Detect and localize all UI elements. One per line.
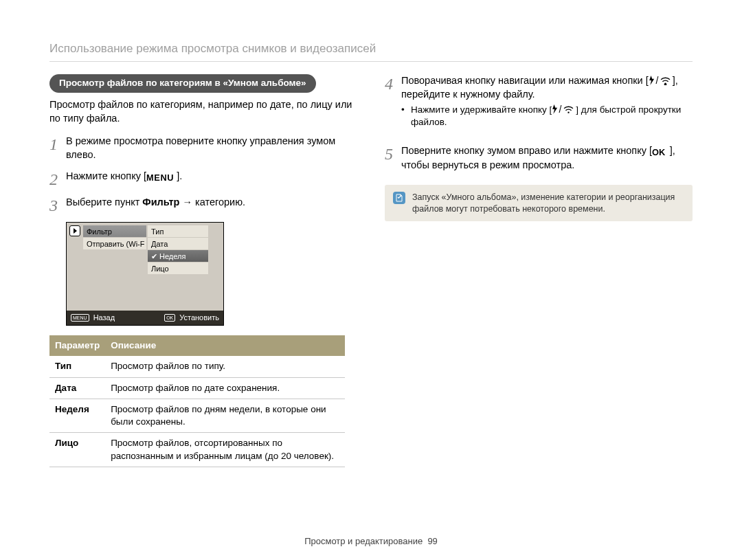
- left-column: Просмотр файлов по категориям в «Умном а…: [49, 74, 357, 467]
- th-param: Параметр: [49, 335, 105, 356]
- footer-section: Просмотр и редактирование: [304, 536, 423, 546]
- cam-set-label: Установить: [179, 313, 219, 323]
- step-body: Выберите пункт Фильтр → категорию.: [66, 196, 357, 214]
- step4-text-a: Поворачивая кнопку навигации или нажимая…: [401, 75, 649, 86]
- cam-menu-col2: Тип Дата ✔Неделя Лицо: [148, 225, 208, 275]
- svg-text:MENU: MENU: [146, 172, 174, 182]
- cam-item-week-label: Неделя: [159, 252, 186, 260]
- svg-text:OK: OK: [652, 147, 666, 157]
- step4-bullet: Нажмите и удерживайте кнопку [/] для быс…: [401, 104, 693, 128]
- cell-desc: Просмотр файлов, отсортированных по расп…: [105, 433, 345, 467]
- cell-desc: Просмотр файлов по дням недели, в которы…: [105, 399, 345, 432]
- table-row: Неделя Просмотр файлов по дням недели, в…: [49, 399, 345, 432]
- svg-text:/: /: [655, 76, 658, 85]
- check-icon: ✔: [151, 252, 157, 260]
- intro-text: Просмотр файлов по категориям, например …: [49, 98, 357, 125]
- step-body: В режиме просмотра поверните кнопку упра…: [66, 135, 357, 161]
- step-number: 3: [49, 196, 66, 214]
- cam-item-send: Отправить (Wi-F: [83, 238, 146, 250]
- cell-param: Лицо: [49, 433, 105, 467]
- step-4: 4 Поворачивая кнопку навигации или нажим…: [385, 74, 693, 136]
- step3-text-a: Выберите пункт: [66, 197, 142, 208]
- step3-text-b: → категорию.: [179, 197, 245, 208]
- table-row: Лицо Просмотр файлов, отсортированных по…: [49, 433, 345, 467]
- note-text: Запуск «Умного альбома», изменение катег…: [412, 192, 684, 215]
- step-body: Поверните кнопку зумом вправо или нажмит…: [401, 144, 693, 172]
- menu-glyph: MENU: [146, 171, 177, 185]
- right-column: 4 Поворачивая кнопку навигации или нажим…: [385, 74, 693, 467]
- cell-desc: Просмотр файлов по дате сохранения.: [105, 377, 345, 399]
- step-3: 3 Выберите пункт Фильтр → категорию.: [49, 196, 357, 214]
- flash-wifi-icons: /: [552, 104, 576, 115]
- camera-ui-screenshot: Фильтр Отправить (Wi-F Тип Дата ✔Неделя …: [66, 222, 224, 326]
- step-5: 5 Поверните кнопку зумом вправо или нажм…: [385, 144, 693, 172]
- cam-footer: MENU Назад OK Установить: [67, 311, 223, 325]
- step4-bullet-a: Нажмите и удерживайте кнопку [: [411, 104, 552, 115]
- section-pill: Просмотр файлов по категориям в «Умном а…: [49, 74, 316, 93]
- step-number: 5: [385, 144, 401, 172]
- params-table: Параметр Описание Тип Просмотр файлов по…: [49, 335, 345, 467]
- cell-param: Неделя: [49, 399, 105, 432]
- ok-button-icon: OK: [164, 314, 175, 322]
- page-header: Использование режима просмотра снимков и…: [49, 41, 693, 62]
- cam-back-label: Назад: [93, 313, 115, 323]
- step-1: 1 В режиме просмотра поверните кнопку уп…: [49, 135, 357, 161]
- flash-wifi-icons: /: [649, 75, 673, 86]
- menu-button-icon: MENU: [71, 314, 89, 322]
- cam-menu-col1: Фильтр Отправить (Wi-F: [83, 225, 146, 275]
- note-box: Запуск «Умного альбома», изменение катег…: [385, 185, 693, 222]
- cell-desc: Просмотр файлов по типу.: [105, 356, 345, 377]
- step-number: 1: [49, 135, 66, 161]
- info-icon: [393, 192, 405, 204]
- step-number: 4: [385, 74, 401, 136]
- cam-item-date: Дата: [148, 238, 208, 250]
- step-number: 2: [49, 170, 66, 188]
- page-footer: Просмотр и редактирование 99: [0, 535, 742, 548]
- play-tab-icon: [69, 225, 80, 236]
- cam-item-filter: Фильтр: [83, 225, 146, 238]
- svg-point-4: [568, 112, 570, 113]
- step2-text-a: Нажмите кнопку [: [66, 170, 146, 181]
- step3-bold: Фильтр: [142, 197, 179, 208]
- svg-text:/: /: [559, 104, 562, 114]
- step5-text-a: Поверните кнопку зумом вправо или нажмит…: [401, 145, 652, 156]
- footer-page: 99: [427, 536, 437, 546]
- step-body: Поворачивая кнопку навигации или нажимая…: [401, 74, 693, 136]
- step-2: 2 Нажмите кнопку [MENU].: [49, 170, 357, 188]
- cam-item-face: Лицо: [148, 262, 208, 275]
- cell-param: Тип: [49, 356, 105, 377]
- table-row: Тип Просмотр файлов по типу.: [49, 356, 345, 377]
- cam-item-week: ✔Неделя: [148, 250, 208, 262]
- svg-point-2: [664, 82, 666, 84]
- cam-item-type: Тип: [148, 225, 208, 238]
- ok-glyph: OK: [652, 146, 670, 159]
- cell-param: Дата: [49, 377, 105, 399]
- table-row: Дата Просмотр файлов по дате сохранения.: [49, 377, 345, 399]
- step-body: Нажмите кнопку [MENU].: [66, 170, 357, 188]
- step2-text-b: ].: [177, 170, 182, 181]
- th-desc: Описание: [105, 335, 345, 356]
